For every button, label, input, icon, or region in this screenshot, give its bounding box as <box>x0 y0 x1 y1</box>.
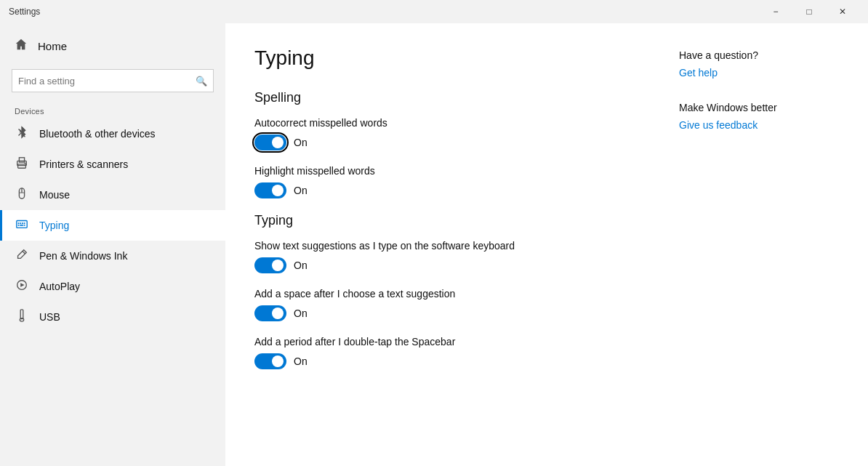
search-icon: 🔍 <box>196 76 207 87</box>
sidebar-section-label: Devices <box>0 101 225 118</box>
sidebar-item-bluetooth[interactable]: Bluetooth & other devices <box>0 118 225 149</box>
sidebar-label-printers: Printers & scanners <box>39 158 128 170</box>
sidebar-label-mouse: Mouse <box>39 189 70 201</box>
typing-section-title: Typing <box>254 213 635 228</box>
content-area: Typing Spelling Autocorrect misspelled w… <box>225 23 868 466</box>
sidebar-label-autoplay: AutoPlay <box>39 281 80 292</box>
autocorrect-label: Autocorrect misspelled words <box>254 117 635 129</box>
bluetooth-icon <box>15 126 29 142</box>
sidebar-item-pen[interactable]: Pen & Windows Ink <box>0 241 225 271</box>
get-help-link[interactable]: Get help <box>679 67 839 79</box>
svg-marker-17 <box>20 283 24 286</box>
autocorrect-toggle-track <box>254 134 286 150</box>
period-double-tap-toggle-track <box>254 353 286 369</box>
text-suggestions-toggle-track <box>254 257 286 273</box>
home-icon <box>15 38 28 55</box>
app-body: Home 🔍 Devices Bluetooth & other devices <box>0 23 868 466</box>
mouse-icon <box>15 187 29 203</box>
autocorrect-state: On <box>294 137 308 148</box>
space-after-toggle-row: On <box>254 305 635 321</box>
sidebar-label-pen: Pen & Windows Ink <box>39 250 127 262</box>
give-feedback-link[interactable]: Give us feedback <box>679 119 839 131</box>
svg-rect-12 <box>18 225 20 226</box>
period-double-tap-toggle-row: On <box>254 353 635 369</box>
sidebar: Home 🔍 Devices Bluetooth & other devices <box>0 23 225 466</box>
svg-rect-8 <box>18 222 20 224</box>
make-windows-better-section: Make Windows better Give us feedback <box>679 102 839 131</box>
autocorrect-toggle[interactable] <box>254 134 286 150</box>
content-main: Typing Spelling Autocorrect misspelled w… <box>254 47 635 443</box>
highlight-toggle-track <box>254 182 286 198</box>
svg-rect-0 <box>18 164 26 168</box>
pen-icon <box>15 248 29 264</box>
sidebar-item-usb[interactable]: USB <box>0 302 225 332</box>
autocorrect-setting: Autocorrect misspelled words On <box>254 117 635 150</box>
svg-rect-9 <box>20 222 21 224</box>
text-suggestions-toggle[interactable] <box>254 257 286 273</box>
highlight-setting: Highlight misspelled words On <box>254 165 635 198</box>
maximize-button[interactable]: □ <box>792 0 826 23</box>
space-after-state: On <box>294 308 308 319</box>
svg-rect-7 <box>17 221 27 228</box>
window-controls: − □ ✕ <box>759 0 859 23</box>
sidebar-label-bluetooth: Bluetooth & other devices <box>39 128 156 140</box>
space-after-label: Add a space after I choose a text sugges… <box>254 288 635 300</box>
period-double-tap-setting: Add a period after I double-tap the Spac… <box>254 336 635 369</box>
sidebar-item-mouse[interactable]: Mouse <box>0 180 225 210</box>
sidebar-item-printers[interactable]: Printers & scanners <box>0 149 225 180</box>
space-after-toggle-track <box>254 305 286 321</box>
highlight-state: On <box>294 185 308 196</box>
text-suggestions-label: Show text suggestions as I type on the s… <box>254 240 635 252</box>
svg-point-3 <box>25 163 26 164</box>
page-title: Typing <box>254 47 635 70</box>
space-after-toggle-thumb <box>272 308 284 319</box>
period-double-tap-label: Add a period after I double-tap the Spac… <box>254 336 635 348</box>
typing-icon <box>15 217 29 233</box>
svg-line-15 <box>23 252 25 254</box>
home-label: Home <box>38 40 67 52</box>
autoplay-icon <box>15 278 29 294</box>
printer-icon <box>15 156 29 172</box>
sidebar-item-typing[interactable]: Typing <box>0 210 225 241</box>
app-title: Settings <box>9 7 40 17</box>
sidebar-home[interactable]: Home <box>0 29 225 63</box>
period-double-tap-toggle-thumb <box>272 355 284 367</box>
autocorrect-toggle-row: On <box>254 134 635 150</box>
text-suggestions-setting: Show text suggestions as I type on the s… <box>254 240 635 273</box>
question-title: Have a question? <box>679 49 839 61</box>
close-button[interactable]: ✕ <box>826 0 859 23</box>
highlight-toggle-thumb <box>272 185 284 196</box>
search-input[interactable] <box>18 76 196 87</box>
space-after-toggle[interactable] <box>254 305 286 321</box>
space-after-setting: Add a space after I choose a text sugges… <box>254 288 635 321</box>
period-double-tap-state: On <box>294 355 308 367</box>
right-panel: Have a question? Get help Make Windows b… <box>679 47 839 443</box>
svg-rect-18 <box>20 310 23 319</box>
text-suggestions-toggle-row: On <box>254 257 635 273</box>
svg-rect-10 <box>22 222 23 224</box>
highlight-toggle[interactable] <box>254 182 286 198</box>
sidebar-label-typing: Typing <box>39 220 69 231</box>
highlight-toggle-row: On <box>254 182 635 198</box>
minimize-button[interactable]: − <box>759 0 792 23</box>
text-suggestions-toggle-thumb <box>272 260 284 271</box>
windows-better-title: Make Windows better <box>679 102 839 113</box>
have-a-question-section: Have a question? Get help <box>679 49 839 79</box>
autocorrect-toggle-thumb <box>272 137 284 148</box>
text-suggestions-state: On <box>294 260 308 271</box>
sidebar-item-autoplay[interactable]: AutoPlay <box>0 271 225 302</box>
svg-rect-11 <box>24 222 25 224</box>
svg-rect-14 <box>24 225 25 226</box>
usb-icon <box>15 309 29 325</box>
svg-rect-13 <box>20 225 23 226</box>
sidebar-label-usb: USB <box>39 311 60 323</box>
titlebar: Settings − □ ✕ <box>0 0 868 23</box>
period-double-tap-toggle[interactable] <box>254 353 286 369</box>
highlight-label: Highlight misspelled words <box>254 165 635 177</box>
search-box[interactable]: 🔍 <box>12 69 214 92</box>
spelling-section-title: Spelling <box>254 90 635 105</box>
svg-rect-19 <box>20 318 23 322</box>
svg-rect-1 <box>19 158 24 162</box>
